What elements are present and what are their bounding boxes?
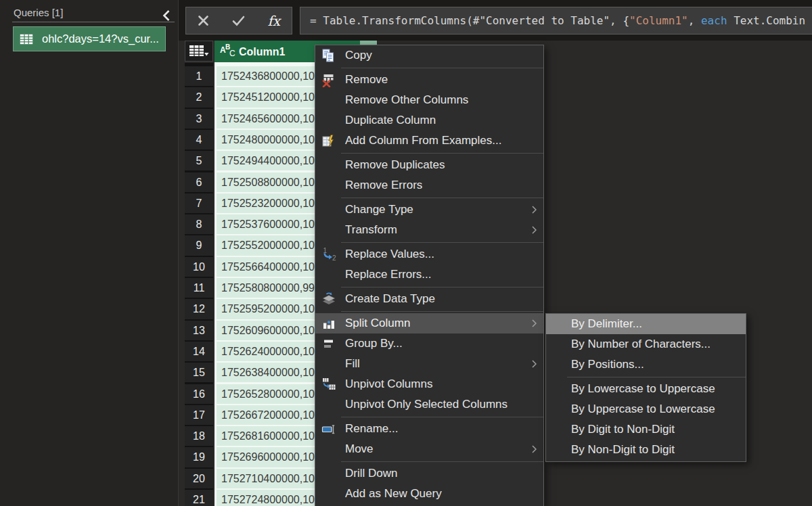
- row-number[interactable]: 2: [185, 87, 213, 107]
- row-number[interactable]: 10: [185, 257, 213, 277]
- row-number[interactable]: 7: [185, 193, 213, 213]
- menu-item-by-non-digit-to-digit[interactable]: By Non-Digit to Digit: [546, 440, 746, 460]
- menu-item-drill-down[interactable]: Drill Down: [315, 463, 543, 484]
- query-item-label: ohlc?days=14?vs_cur...: [42, 32, 159, 45]
- menu-item-duplicate-column[interactable]: Duplicate Column: [315, 110, 543, 131]
- row-number[interactable]: 11: [185, 278, 213, 298]
- formula-text: = Table.TransformColumns(#"Converted to …: [300, 7, 812, 34]
- menu-item-remove-duplicates[interactable]: Remove Duplicates: [315, 155, 543, 175]
- menu-item-transform[interactable]: Transform: [315, 220, 543, 240]
- table-select-all-button[interactable]: [185, 41, 213, 62]
- menu-item-label: Remove Errors: [345, 179, 543, 192]
- menu-item-by-number-of-characters[interactable]: By Number of Characters...: [546, 334, 746, 354]
- menu-item-label: Replace Errors...: [345, 268, 543, 281]
- row-number[interactable]: 18: [185, 426, 213, 446]
- menu-item-unpivot-only-selected-columns[interactable]: Unpivot Only Selected Columns: [315, 394, 543, 415]
- menu-item-label: By Digit to Non-Digit: [546, 423, 746, 436]
- svg-text:2: 2: [332, 254, 336, 262]
- menu-item-label: Remove: [345, 73, 543, 87]
- menu-item-label: Rename...: [345, 422, 543, 436]
- menu-item-remove[interactable]: Remove: [315, 70, 543, 90]
- menu-item-label: Change Type: [345, 203, 532, 216]
- menu-item-label: Replace Values...: [345, 248, 543, 261]
- menu-separator: [341, 461, 543, 462]
- row-number[interactable]: 4: [185, 130, 213, 150]
- column-context-menu: Copy RemoveRemove Other ColumnsDuplicate…: [315, 45, 544, 506]
- cancel-formula-icon[interactable]: [198, 15, 209, 26]
- menu-item-create-data-type[interactable]: Create Data Type: [315, 289, 543, 309]
- query-table-icon: [20, 34, 33, 45]
- copy-icon: [321, 49, 336, 63]
- menu-separator: [567, 377, 746, 377]
- menu-item-label: Unpivot Columns: [345, 377, 543, 391]
- row-number[interactable]: 13: [185, 321, 213, 340]
- row-number[interactable]: 5: [185, 151, 213, 170]
- split-column-icon: [321, 317, 336, 331]
- menu-item-change-type[interactable]: Change Type: [315, 200, 543, 220]
- menu-item-by-positions[interactable]: By Positions...: [546, 354, 746, 375]
- row-number[interactable]: 20: [185, 469, 213, 488]
- menu-item-group-by[interactable]: Group By...: [315, 334, 543, 354]
- query-item-ohlc[interactable]: ohlc?days=14?vs_cur...: [13, 26, 166, 51]
- remove-column-icon: [321, 73, 336, 87]
- menu-item-split-column[interactable]: Split Column: [315, 313, 543, 334]
- row-number[interactable]: 19: [185, 447, 213, 467]
- menu-item-label: Split Column: [345, 317, 532, 330]
- menu-item-remove-errors[interactable]: Remove Errors: [315, 175, 543, 196]
- commit-formula-icon[interactable]: [232, 16, 245, 26]
- menu-item-icon-slot: [315, 73, 345, 87]
- menu-item-label: By Positions...: [546, 358, 746, 371]
- row-number[interactable]: 21: [185, 490, 213, 506]
- unpivot-columns-icon: [321, 377, 336, 392]
- formula-segment: = Table.TransformColumns(#"Converted to …: [310, 14, 629, 27]
- row-number[interactable]: 16: [185, 384, 213, 404]
- submenu-arrow-icon: [532, 319, 537, 327]
- row-number[interactable]: 17: [185, 405, 213, 425]
- menu-item-copy[interactable]: Copy: [315, 45, 543, 66]
- row-number[interactable]: 6: [185, 172, 213, 192]
- row-number[interactable]: 14: [185, 342, 213, 361]
- menu-item-icon-slot: [315, 421, 345, 436]
- menu-item-icon-slot: [315, 377, 345, 392]
- row-number[interactable]: 1: [185, 66, 213, 86]
- row-number[interactable]: 15: [185, 363, 213, 382]
- menu-item-add-as-new-query[interactable]: Add as New Query: [315, 484, 543, 504]
- menu-item-add-column-from-examples[interactable]: Add Column From Examples...: [315, 131, 543, 151]
- row-number[interactable]: 3: [185, 109, 213, 129]
- menu-item-label: Drill Down: [345, 467, 543, 480]
- menu-item-label: Move: [345, 442, 532, 456]
- menu-item-replace-values[interactable]: 1 2 Replace Values...: [315, 244, 543, 264]
- menu-item-by-delimiter[interactable]: By Delimiter...: [546, 314, 746, 334]
- menu-separator: [341, 311, 543, 312]
- menu-item-unpivot-columns[interactable]: Unpivot Columns: [315, 374, 543, 394]
- queries-panel-title: Queries [1]: [14, 7, 63, 18]
- menu-item-label: Add as New Query: [345, 487, 543, 501]
- menu-item-rename[interactable]: Rename...: [315, 419, 543, 439]
- menu-item-icon-slot: [315, 292, 345, 306]
- row-number[interactable]: 8: [185, 214, 213, 234]
- menu-item-replace-errors[interactable]: Replace Errors...: [315, 264, 543, 285]
- menu-item-move[interactable]: Move: [315, 439, 543, 459]
- menu-separator: [341, 153, 543, 154]
- menu-item-label: Remove Other Columns: [345, 93, 543, 107]
- submenu-arrow-icon: [532, 360, 537, 368]
- row-number[interactable]: 9: [185, 235, 213, 255]
- menu-item-label: By Number of Characters...: [546, 338, 746, 351]
- menu-item-icon-slot: 1 2: [315, 247, 345, 262]
- menu-item-label: Remove Duplicates: [345, 158, 543, 172]
- menu-item-remove-other-columns[interactable]: Remove Other Columns: [315, 90, 543, 110]
- menu-item-fill[interactable]: Fill: [315, 354, 543, 374]
- create-data-type-icon: [321, 292, 336, 306]
- menu-item-label: Duplicate Column: [345, 114, 543, 127]
- formula-input[interactable]: = Table.TransformColumns(#"Converted to …: [300, 7, 812, 34]
- row-number[interactable]: 12: [185, 299, 213, 319]
- submenu-arrow-icon: [532, 206, 537, 214]
- menu-item-label: By Delimiter...: [546, 317, 746, 331]
- fx-icon[interactable]: fx: [267, 13, 280, 29]
- menu-item-label: Copy: [345, 49, 543, 62]
- menu-item-icon-slot: [315, 317, 345, 331]
- menu-item-by-lowercase-to-uppercase[interactable]: By Lowercase to Uppercase: [546, 379, 746, 399]
- menu-item-by-uppercase-to-lowercase[interactable]: By Uppercase to Lowercase: [546, 399, 746, 419]
- menu-item-by-digit-to-non-digit[interactable]: By Digit to Non-Digit: [546, 419, 746, 440]
- formula-segment: Text.Combin: [727, 14, 806, 27]
